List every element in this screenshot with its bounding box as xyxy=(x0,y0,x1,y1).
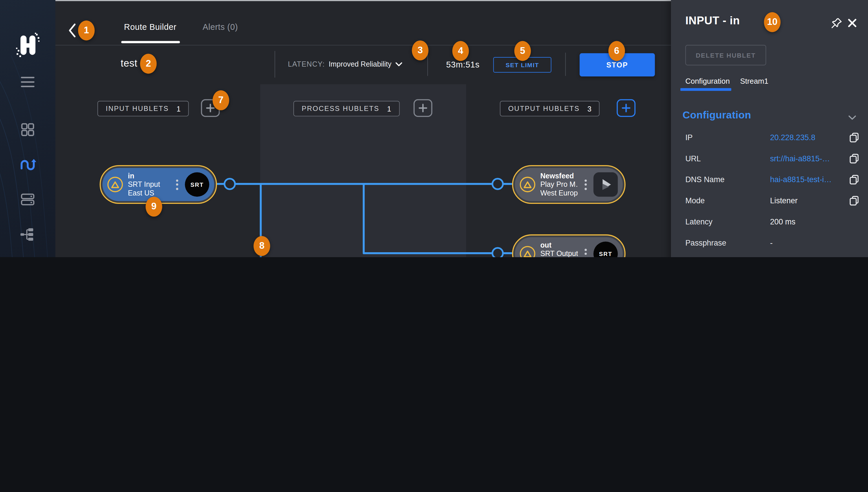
plus-icon xyxy=(418,104,427,113)
row-label: DNS Name xyxy=(685,174,770,185)
port-newsfeed-input[interactable] xyxy=(492,178,504,190)
annotation-badge-5: 5 xyxy=(514,41,531,61)
annotation-badge-10: 10 xyxy=(764,12,780,32)
latency-label: LATENCY: xyxy=(288,60,325,68)
node-label: in SRT Input East US xyxy=(128,172,169,197)
tab-route-builder[interactable]: Route Builder xyxy=(124,22,177,32)
node-out[interactable]: out SRT Output East US SRT xyxy=(512,234,626,257)
config-row-passphrase: Passphrase - xyxy=(685,237,861,248)
sidebar-item-topology[interactable] xyxy=(0,225,55,244)
annotation-badge-1: 1 xyxy=(78,21,95,41)
row-value[interactable]: hai-a8815-test-i… xyxy=(770,174,841,185)
input-hublets-header: INPUT HUBLETS 1 xyxy=(98,101,189,117)
active-tab-underline xyxy=(680,88,731,91)
output-hublets-header: OUTPUT HUBLETS 3 xyxy=(500,101,600,117)
hublet-detail-panel: INPUT - in DELETE HUBLET Configuration S… xyxy=(671,0,868,257)
row-value: 200 ms xyxy=(770,216,841,227)
topology-icon xyxy=(19,226,36,243)
divider xyxy=(565,53,565,76)
row-value: Listener xyxy=(770,195,841,206)
sidebar: ? xyxy=(0,0,55,257)
tab-alerts[interactable]: Alerts (0) xyxy=(203,22,238,32)
close-panel-button[interactable] xyxy=(847,18,857,30)
node-menu-button[interactable] xyxy=(583,177,588,192)
annotation-badge-2: 2 xyxy=(140,54,157,74)
tab-stream1[interactable]: Stream1 xyxy=(740,77,768,85)
header-divider xyxy=(55,45,671,46)
row-label: Mode xyxy=(685,195,770,206)
srt-protocol-icon: SRT xyxy=(185,172,209,197)
row-label: Passphrase xyxy=(685,237,770,248)
annotation-badge-6: 6 xyxy=(608,41,625,61)
hub-logo[interactable] xyxy=(0,32,55,59)
node-label: Newsfeed Play Pro M… West Europe xyxy=(540,172,578,197)
hub-logo-icon xyxy=(16,33,40,58)
route-canvas: INPUT HUBLETS 1 PROCESS HUBLETS 1 OUTPUT… xyxy=(55,84,671,257)
annotation-badge-3: 3 xyxy=(412,41,428,60)
collapse-configuration-button[interactable] xyxy=(848,113,857,122)
chevron-down-icon xyxy=(848,115,857,120)
sidebar-item-dashboard[interactable] xyxy=(0,120,55,139)
route-timer: 53m:51s xyxy=(446,60,479,70)
copy-icon[interactable] xyxy=(848,173,860,188)
node-menu-button[interactable] xyxy=(175,177,180,192)
chevron-left-icon xyxy=(69,23,76,38)
column-title: PROCESS HUBLETS xyxy=(302,105,379,113)
port-out-input[interactable] xyxy=(492,247,504,257)
divider xyxy=(274,51,275,78)
close-icon xyxy=(847,18,857,28)
sidebar-item-menu[interactable] xyxy=(0,73,55,92)
copy-icon[interactable] xyxy=(848,152,860,167)
srt-protocol-icon: SRT xyxy=(594,242,618,257)
node-menu-button[interactable] xyxy=(583,246,588,257)
add-process-hublet-button[interactable] xyxy=(414,99,432,117)
port-in-output[interactable] xyxy=(223,178,236,190)
sidebar-item-routes[interactable] xyxy=(0,155,55,174)
chevron-down-icon xyxy=(395,62,402,66)
add-output-hublet-button[interactable] xyxy=(616,99,635,117)
config-row-mode: Mode Listener xyxy=(685,195,861,206)
annotation-badge-4: 4 xyxy=(452,41,469,61)
row-value[interactable]: srt://hai-a8815-… xyxy=(770,153,841,164)
delete-hublet-button[interactable]: DELETE HUBLET xyxy=(685,45,766,66)
latency-value: Improved Reliability xyxy=(329,60,392,68)
pin-panel-button[interactable] xyxy=(831,17,843,31)
divider xyxy=(427,53,428,76)
node-newsfeed[interactable]: Newsfeed Play Pro M… West Europe xyxy=(512,165,626,204)
back-button[interactable] xyxy=(69,23,76,40)
routes-icon xyxy=(19,156,36,173)
panel-title: INPUT - in xyxy=(685,15,740,27)
process-hublets-header: PROCESS HUBLETS 1 xyxy=(293,101,399,117)
latency-selector[interactable]: LATENCY: Improved Reliability xyxy=(288,60,402,68)
route-name: test xyxy=(121,58,137,69)
config-row-latency: Latency 200 ms xyxy=(685,216,861,227)
column-title: INPUT HUBLETS xyxy=(106,105,169,113)
annotation-badge-9: 9 xyxy=(146,197,162,217)
warning-status-icon xyxy=(520,246,535,257)
servers-icon xyxy=(20,192,35,207)
config-row-url: URL srt://hai-a8815-… xyxy=(685,153,861,164)
row-label: IP xyxy=(685,132,770,143)
row-value: - xyxy=(770,237,841,248)
node-label: out SRT Output East US xyxy=(540,241,578,257)
column-title: OUTPUT HUBLETS xyxy=(508,105,580,113)
row-label: URL xyxy=(685,153,770,164)
configuration-rows: IP 20.228.235.8 URL srt://hai-a8815-… DN… xyxy=(685,132,861,257)
column-count: 3 xyxy=(587,104,591,113)
config-row-dns: DNS Name hai-a8815-test-i… xyxy=(685,174,861,185)
plus-icon xyxy=(622,104,631,113)
warning-status-icon xyxy=(520,177,535,192)
config-row-ip: IP 20.228.235.8 xyxy=(685,132,861,143)
warning-status-icon xyxy=(107,177,123,192)
sidebar-item-servers[interactable] xyxy=(0,190,55,209)
route-builder-app: ? Route Builder Alerts (0) test LATENCY:… xyxy=(0,0,868,257)
tab-configuration[interactable]: Configuration xyxy=(685,77,730,85)
row-value[interactable]: 20.228.235.8 xyxy=(770,132,841,143)
row-label: Latency xyxy=(685,216,770,227)
play-pro-icon xyxy=(594,172,618,197)
copy-icon[interactable] xyxy=(848,131,860,146)
tab-underline xyxy=(121,41,180,44)
copy-icon[interactable] xyxy=(848,195,860,209)
menu-icon xyxy=(19,75,36,89)
annotation-badge-7: 7 xyxy=(213,90,229,110)
